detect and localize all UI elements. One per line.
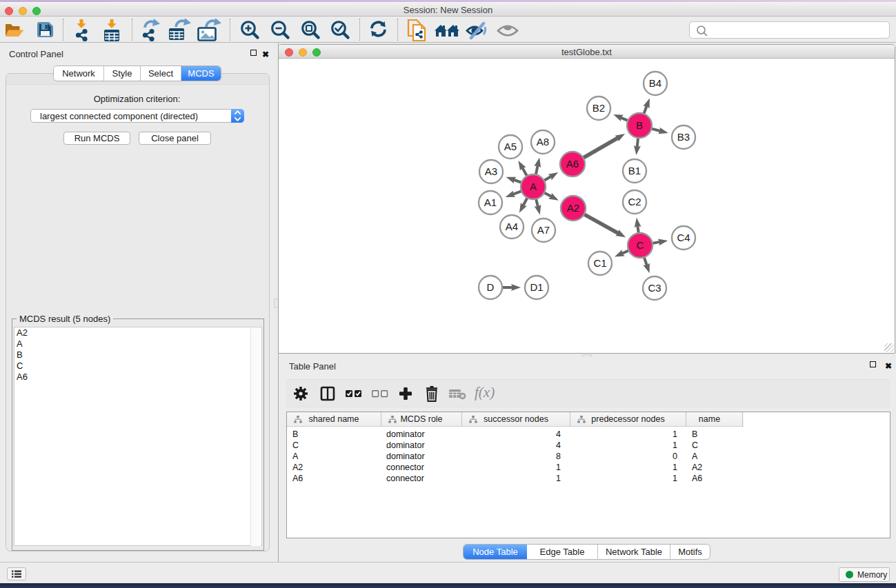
- svg-text:A8: A8: [537, 136, 549, 148]
- svg-text:B2: B2: [593, 102, 605, 114]
- svg-text:A7: A7: [537, 224, 550, 236]
- svg-text:D1: D1: [530, 281, 543, 293]
- svg-text:B4: B4: [649, 77, 661, 89]
- svg-text:A1: A1: [484, 196, 497, 208]
- svg-text:C: C: [637, 239, 644, 251]
- svg-text:B3: B3: [677, 131, 690, 143]
- svg-text:A2: A2: [567, 202, 579, 214]
- svg-text:C4: C4: [677, 232, 690, 243]
- svg-text:A4: A4: [506, 221, 518, 232]
- svg-text:A6: A6: [566, 158, 579, 170]
- svg-text:C3: C3: [648, 282, 661, 294]
- svg-text:D: D: [487, 281, 495, 293]
- svg-text:A5: A5: [504, 141, 517, 152]
- svg-text:A3: A3: [485, 165, 497, 177]
- svg-text:C2: C2: [628, 196, 641, 207]
- svg-text:B1: B1: [628, 165, 641, 176]
- svg-text:C1: C1: [593, 257, 606, 269]
- svg-text:A: A: [530, 181, 537, 192]
- svg-text:B: B: [636, 119, 643, 131]
